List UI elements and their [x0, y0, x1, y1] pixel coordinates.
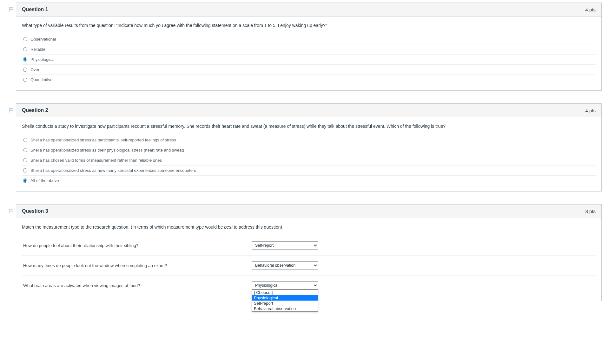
answer-label: Quantitative	[30, 77, 52, 82]
answer-row[interactable]: Reliable	[22, 44, 596, 55]
answer-label: Physiological	[30, 57, 55, 62]
flag-column	[6, 3, 16, 12]
answer-label: Sheila has chosen valid forms of measure…	[30, 158, 162, 163]
answer-radio[interactable]	[23, 168, 27, 172]
question-prompt: Match the measurement type to the resear…	[22, 224, 596, 231]
flag-icon[interactable]	[9, 7, 14, 12]
dropdown-option[interactable]: Behavioral observation	[252, 306, 318, 311]
answer-radio[interactable]	[23, 179, 27, 183]
question-points: 4 pts	[585, 108, 596, 113]
answer-row[interactable]: Sheila has operationalized stress as par…	[22, 135, 596, 145]
answer-row[interactable]: Observational	[22, 34, 596, 44]
answer-label: Sheila has operationalized stress as the…	[30, 148, 184, 153]
match-row: How do people feel about their relations…	[22, 236, 596, 256]
question-card: Question 2 4 pts Sheila conducts a study…	[16, 103, 602, 192]
answer-row[interactable]: Sheila has operationalized stress as the…	[22, 145, 596, 155]
answer-radio[interactable]	[23, 68, 27, 72]
question-title: Question 2	[22, 107, 48, 113]
flag-column	[6, 103, 16, 113]
answer-label: Sheila has operationalized stress as how…	[30, 168, 196, 173]
match-row: What brain areas are activated when view…	[22, 276, 596, 295]
prompt-pre: Match the measurement type to the resear…	[22, 224, 224, 230]
answers-list: Observational Reliable Physiological Ove…	[22, 34, 596, 85]
answers-list: Sheila has operationalized stress as par…	[22, 135, 596, 185]
question-points: 3 pts	[585, 209, 596, 214]
question-body: Sheila conducts a study to investigate h…	[16, 117, 601, 191]
answer-label: Sheila has operationalized stress as par…	[30, 138, 176, 142]
question-block-2: Question 2 4 pts Sheila conducts a study…	[6, 103, 602, 192]
answer-label: All of the above	[30, 178, 59, 183]
answer-label: Observational	[30, 37, 56, 42]
answer-radio[interactable]	[23, 138, 27, 142]
question-card: Question 3 3 pts Match the measurement t…	[16, 204, 602, 301]
flag-icon[interactable]	[9, 108, 14, 113]
match-row: How many times do people look out the wi…	[22, 256, 596, 276]
answer-row[interactable]: Physiological	[22, 55, 596, 65]
question-card: Question 1 4 pts What type of variable r…	[16, 3, 602, 91]
match-select[interactable]: Physiological	[252, 281, 318, 289]
question-header: Question 2 4 pts	[16, 104, 601, 117]
match-select-wrapper: Physiological [ Choose ] Physiological S…	[252, 281, 318, 289]
question-title: Question 1	[22, 7, 48, 12]
match-select-wrapper: Behavioral observation	[252, 261, 318, 270]
answer-radio[interactable]	[23, 57, 27, 62]
question-prompt: What type of variable results from the q…	[22, 22, 596, 29]
match-select-wrapper: Self-report	[252, 241, 318, 250]
answer-label: Reliable	[30, 47, 45, 52]
flag-icon[interactable]	[9, 209, 14, 214]
answer-row[interactable]: Sheila has chosen valid forms of measure…	[22, 155, 596, 166]
answer-label: Overt	[30, 67, 41, 72]
dropdown-option[interactable]: [ Choose ]	[252, 290, 318, 295]
question-body: What type of variable results from the q…	[16, 16, 601, 90]
answer-row[interactable]: Quantitative	[22, 75, 596, 85]
dropdown-overlay: [ Choose ] Physiological Self-report Beh…	[252, 289, 318, 312]
match-select[interactable]: Self-report	[252, 241, 318, 250]
answer-row[interactable]: Overt	[22, 65, 596, 75]
prompt-em: best	[224, 224, 232, 230]
prompt-post: to address this question)	[233, 224, 282, 230]
question-prompt: Sheila conducts a study to investigate h…	[22, 123, 596, 130]
question-header: Question 3 3 pts	[16, 205, 601, 218]
question-points: 4 pts	[585, 7, 596, 12]
question-block-3: Question 3 3 pts Match the measurement t…	[6, 204, 602, 301]
match-rows: How do people feel about their relations…	[22, 236, 596, 295]
answer-radio[interactable]	[23, 158, 27, 162]
question-body: Match the measurement type to the resear…	[16, 218, 601, 301]
question-block-1: Question 1 4 pts What type of variable r…	[6, 3, 602, 91]
flag-column	[6, 204, 16, 214]
answer-radio[interactable]	[23, 148, 27, 152]
dropdown-option[interactable]: Self-report	[252, 301, 318, 306]
match-select[interactable]: Behavioral observation	[252, 261, 318, 270]
answer-row[interactable]: Sheila has operationalized stress as how…	[22, 166, 596, 176]
question-title: Question 3	[22, 208, 48, 214]
answer-radio[interactable]	[23, 37, 27, 41]
answer-radio[interactable]	[23, 47, 27, 51]
match-prompt: How do people feel about their relations…	[23, 243, 245, 248]
question-header: Question 1 4 pts	[16, 3, 601, 16]
match-prompt: What brain areas are activated when view…	[23, 283, 245, 288]
match-prompt: How many times do people look out the wi…	[23, 263, 245, 268]
dropdown-option[interactable]: Physiological	[252, 295, 318, 301]
answer-row[interactable]: All of the above	[22, 176, 596, 185]
answer-radio[interactable]	[23, 78, 27, 82]
